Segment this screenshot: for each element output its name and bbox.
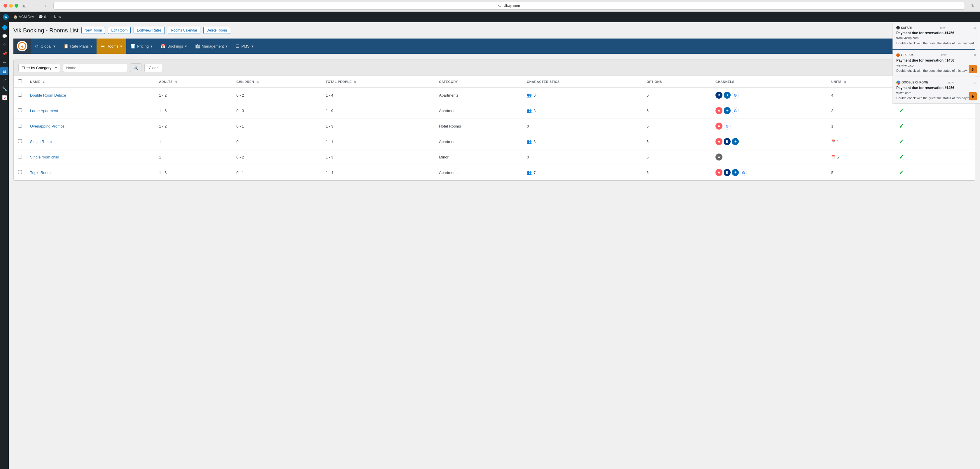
sidebar-icon-globe[interactable]: 🌐 — [0, 23, 8, 32]
nav-item-rate-plans[interactable]: 📋 Rate Plans ▾ — [59, 38, 97, 54]
sidebar-icon-edit[interactable]: ✏ — [0, 58, 8, 67]
edit-view-rates-button[interactable]: Edit/View Rates — [134, 27, 165, 34]
row-checkbox[interactable] — [18, 139, 22, 143]
sidebar-icon-pin[interactable]: 📌 — [0, 49, 8, 58]
group-icon: 👥 — [527, 93, 532, 97]
new-room-button[interactable]: New Room — [81, 27, 105, 34]
adults-cell: 1 — [155, 134, 232, 150]
traffic-lights — [3, 4, 18, 8]
col-children[interactable]: CHILDREN ⇅ — [232, 76, 321, 88]
nav-item-global[interactable]: ⚙ Global ▾ — [31, 38, 59, 54]
room-name-link[interactable]: Single Room — [30, 139, 52, 144]
close-notif-chrome[interactable]: × — [974, 80, 976, 85]
wp-logo[interactable]: W — [3, 14, 9, 20]
adults-cell: 1 - 2 — [155, 88, 232, 103]
row-checkbox[interactable] — [18, 108, 22, 112]
row-checkbox[interactable] — [18, 124, 22, 128]
delete-room-button[interactable]: Delete Room — [203, 27, 230, 34]
category-cell: Apartments — [435, 134, 523, 150]
forward-button[interactable]: › — [42, 2, 49, 10]
options-cell: 0 — [643, 88, 711, 103]
nav-item-management[interactable]: 🏢 Management ▾ — [191, 38, 232, 54]
sidebar-icon-chart[interactable]: 📈 — [0, 93, 8, 102]
room-name-link[interactable]: Large Apartment — [30, 108, 58, 113]
search-button[interactable]: 🔍 — [130, 63, 142, 72]
channel-icon-expedia: ✦ — [724, 107, 731, 114]
total-people-cell: 1 - 4 — [322, 88, 435, 103]
rate-plans-icon: 📋 — [64, 44, 68, 48]
edit-room-button[interactable]: Edit Room — [108, 27, 130, 34]
logo-inner: e — [18, 42, 26, 50]
firefox-label: FIREFOX — [896, 53, 913, 57]
site-name: VCM Dev — [19, 15, 34, 19]
global-dropdown-icon: ▾ — [53, 44, 56, 48]
sidebar-icon-wrench[interactable]: 🔧 — [0, 85, 8, 93]
category-cell: Apartments — [435, 165, 523, 180]
notif-firefox-header: FIREFOX now × — [896, 53, 976, 57]
units-cell: 📅 5 — [827, 150, 895, 165]
nav-pms-label: PMS — [241, 44, 250, 48]
room-name-link[interactable]: Double Room Deluxe — [30, 93, 66, 97]
chrome-icon — [896, 81, 900, 85]
sidebar-toggle[interactable]: ⊞ — [21, 2, 29, 10]
url-bar[interactable]: 🛡 vikwp.com — [53, 2, 965, 10]
safari-label: SAFARI — [896, 26, 912, 29]
minimize-button[interactable] — [9, 4, 13, 8]
clear-button[interactable]: Clear — [145, 64, 162, 72]
nav-item-rooms[interactable]: 🛏 Rooms ▾ — [97, 38, 126, 54]
rooms-calendar-button[interactable]: Rooms Calendar — [168, 27, 200, 34]
plus-icon: + — [51, 15, 53, 19]
sidebar-icon-star[interactable]: ☆ — [0, 41, 8, 49]
rooms-dropdown-icon: ▾ — [120, 44, 122, 48]
nav-item-bookings[interactable]: 📅 Bookings ▾ — [157, 38, 191, 54]
home-icon: 🏠 — [13, 15, 18, 19]
firefox-notif-avatar: e — [969, 65, 977, 73]
page-title: Vik Booking - Rooms List — [13, 27, 78, 34]
row-checkbox[interactable] — [18, 93, 22, 97]
sidebar-icon-grid[interactable]: ▦ — [0, 67, 8, 75]
characteristics-cell: 0 — [523, 118, 642, 134]
room-name-link[interactable]: Triple Room — [30, 171, 51, 175]
name-filter-input[interactable] — [63, 64, 127, 72]
close-notif-safari[interactable]: × — [974, 26, 976, 30]
notif-chrome-header: GOOGLE CHROME now × — [896, 80, 976, 85]
channel-icon-airbnb: A — [716, 138, 722, 145]
nav-item-pms[interactable]: ☰ PMS ▾ — [232, 38, 257, 54]
firefox-icon — [896, 53, 900, 57]
rate-plans-dropdown-icon: ▾ — [91, 44, 92, 48]
children-cell: 0 - 3 — [232, 103, 321, 118]
wp-bar-new[interactable]: + New — [51, 15, 61, 19]
available-cell: ✓ — [895, 150, 975, 165]
room-name-link[interactable]: Single room child — [30, 155, 59, 160]
select-all-checkbox[interactable] — [18, 80, 22, 83]
close-button[interactable] — [3, 4, 7, 8]
sidebar-icon-share[interactable]: ↗ — [0, 76, 8, 84]
back-button[interactable]: ‹ — [33, 2, 41, 10]
maximize-button[interactable] — [14, 4, 18, 8]
nav-item-pricing[interactable]: 📊 Pricing ▾ — [126, 38, 157, 54]
col-characteristics: CHARACTERISTICS — [523, 76, 642, 88]
row-checkbox[interactable] — [18, 170, 22, 174]
options-cell: 6 — [643, 150, 711, 165]
sidebar-icon-comment[interactable]: 💬 — [0, 32, 8, 40]
category-cell: Minor — [435, 150, 523, 165]
room-name-link[interactable]: Overlapping Promos — [30, 124, 65, 128]
col-name[interactable]: NAME ▲ — [26, 76, 155, 88]
wp-bar-site[interactable]: 🏠 VCM Dev — [13, 15, 34, 19]
category-filter[interactable]: Filter by Category — [18, 64, 60, 72]
channel-icon-google: G — [732, 107, 739, 114]
content-area: Vik Booking - Rooms List New Room Edit R… — [9, 22, 980, 469]
col-adults[interactable]: ADULTS ⇅ — [155, 76, 232, 88]
wp-bar-comments[interactable]: 💬 0 — [38, 15, 46, 19]
close-notif-firefox[interactable]: × — [974, 53, 976, 57]
row-checkbox[interactable] — [18, 155, 22, 158]
col-units[interactable]: UNITS ⇅ — [827, 76, 895, 88]
refresh-button[interactable]: ↻ — [969, 2, 977, 10]
nav-bookings-label: Bookings — [167, 44, 183, 48]
group-icon: 👥 — [527, 139, 532, 144]
characteristics-cell: 0 — [523, 150, 642, 165]
gear-icon: ⚙ — [35, 44, 39, 48]
col-total-people[interactable]: TOTAL PEOPLE ⇅ — [322, 76, 435, 88]
notif-safari-header: SAFARI now × — [896, 26, 976, 30]
notif-chrome-body: Double check with the guest the status o… — [896, 96, 976, 100]
